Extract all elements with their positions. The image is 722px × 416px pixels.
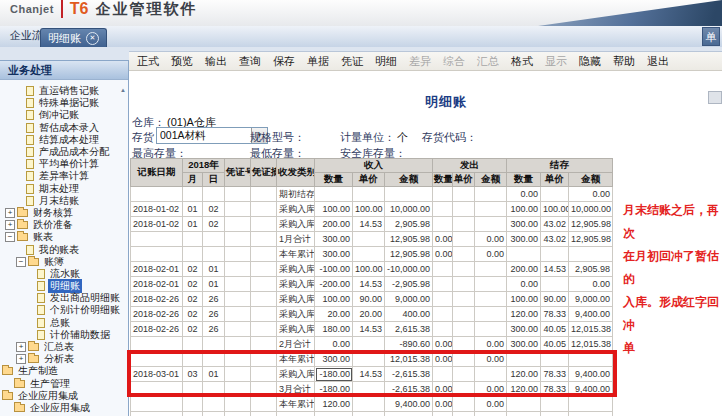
cell[interactable]: 采购入库 bbox=[277, 262, 315, 277]
toolbar-item[interactable]: 正式 bbox=[131, 54, 165, 69]
cell[interactable]: 0.00 bbox=[475, 382, 507, 397]
cell[interactable] bbox=[353, 352, 385, 367]
cell[interactable]: 120.00 bbox=[507, 367, 541, 382]
cell[interactable] bbox=[453, 412, 475, 416]
cell[interactable] bbox=[353, 187, 385, 202]
cell[interactable] bbox=[453, 247, 475, 262]
cell[interactable]: 02 bbox=[183, 277, 203, 292]
cell[interactable] bbox=[203, 382, 225, 397]
cell[interactable] bbox=[251, 277, 277, 292]
cell[interactable]: 02 bbox=[183, 307, 203, 322]
cell[interactable] bbox=[251, 202, 277, 217]
cell[interactable]: 0.00 bbox=[433, 352, 453, 367]
cell[interactable] bbox=[453, 337, 475, 352]
cell[interactable]: 01 bbox=[203, 262, 225, 277]
cell[interactable]: 0.00 bbox=[475, 232, 507, 247]
cell[interactable]: 0.00 bbox=[475, 397, 507, 412]
cell[interactable] bbox=[475, 292, 507, 307]
cell[interactable] bbox=[453, 382, 475, 397]
cell[interactable]: 02 bbox=[203, 217, 225, 232]
cell[interactable] bbox=[203, 187, 225, 202]
cell[interactable] bbox=[251, 367, 277, 382]
cell[interactable]: 本年累计 bbox=[277, 352, 315, 367]
cell[interactable] bbox=[475, 217, 507, 232]
cell[interactable] bbox=[183, 382, 203, 397]
cell[interactable]: 40.05 bbox=[541, 337, 569, 352]
cell[interactable] bbox=[251, 247, 277, 262]
cell[interactable] bbox=[453, 202, 475, 217]
cell[interactable]: 26 bbox=[203, 307, 225, 322]
cell[interactable]: 采购入库 bbox=[277, 367, 315, 382]
cell[interactable] bbox=[183, 337, 203, 352]
cell[interactable]: 43.02 bbox=[541, 232, 569, 247]
cell[interactable] bbox=[541, 277, 569, 292]
cell[interactable]: 120.00 bbox=[507, 382, 541, 397]
cell[interactable]: 14.53 bbox=[541, 262, 569, 277]
cell[interactable]: 01 bbox=[203, 367, 225, 382]
cell[interactable] bbox=[183, 187, 203, 202]
cell[interactable]: -10,000.00 bbox=[385, 262, 433, 277]
toolbar-item[interactable]: 查询 bbox=[233, 54, 267, 69]
cell[interactable] bbox=[453, 322, 475, 337]
cell[interactable]: 02 bbox=[183, 322, 203, 337]
cell[interactable] bbox=[353, 412, 385, 416]
cell[interactable] bbox=[225, 367, 251, 382]
cell[interactable]: 40.05 bbox=[541, 322, 569, 337]
cell[interactable] bbox=[475, 187, 507, 202]
cell[interactable]: 300.00 bbox=[507, 217, 541, 232]
cell[interactable]: 02 bbox=[203, 202, 225, 217]
cell[interactable] bbox=[183, 397, 203, 412]
cell[interactable]: 43.02 bbox=[541, 217, 569, 232]
cell[interactable] bbox=[541, 187, 569, 202]
cell[interactable] bbox=[433, 277, 453, 292]
cell[interactable]: 100.00 bbox=[541, 202, 569, 217]
cell[interactable]: -200.00 bbox=[315, 277, 353, 292]
cell[interactable]: 0.00 bbox=[507, 277, 541, 292]
toolbar-item[interactable]: 凭证 bbox=[335, 54, 369, 69]
cell[interactable]: 120.00 bbox=[315, 397, 353, 412]
cell[interactable]: 14.53 bbox=[353, 277, 385, 292]
cell[interactable]: 02 bbox=[183, 292, 203, 307]
cell[interactable] bbox=[225, 247, 251, 262]
cell[interactable] bbox=[251, 382, 277, 397]
cell[interactable] bbox=[453, 232, 475, 247]
cell[interactable]: 26 bbox=[203, 292, 225, 307]
cell[interactable] bbox=[131, 247, 183, 262]
cell[interactable] bbox=[433, 412, 453, 416]
cell[interactable] bbox=[203, 337, 225, 352]
cell[interactable] bbox=[131, 232, 183, 247]
cell[interactable] bbox=[569, 247, 613, 262]
cell[interactable]: 期初结存 bbox=[277, 187, 315, 202]
cell[interactable]: 本年累计 bbox=[277, 397, 315, 412]
cell[interactable]: 200.00 bbox=[507, 262, 541, 277]
cell[interactable]: 9,000.00 bbox=[385, 292, 433, 307]
toolbar-item[interactable]: 退出 bbox=[641, 54, 675, 69]
cell[interactable] bbox=[433, 367, 453, 382]
cell[interactable] bbox=[475, 277, 507, 292]
cell[interactable] bbox=[433, 202, 453, 217]
cell[interactable]: 9,400.00 bbox=[569, 382, 613, 397]
cell[interactable] bbox=[277, 412, 315, 416]
cell[interactable]: 300.00 bbox=[507, 322, 541, 337]
cell[interactable]: 12,905.98 bbox=[385, 247, 433, 262]
cell[interactable]: 12,905.98 bbox=[569, 217, 613, 232]
expand-icon[interactable]: + bbox=[5, 220, 15, 230]
cell[interactable]: 2018-02-26 bbox=[131, 322, 183, 337]
cell[interactable]: 9,400.00 bbox=[569, 307, 613, 322]
cell[interactable] bbox=[203, 397, 225, 412]
cell[interactable]: -180.00 bbox=[315, 382, 353, 397]
cell[interactable]: 20.00 bbox=[315, 307, 353, 322]
cell[interactable] bbox=[131, 412, 183, 416]
cell[interactable] bbox=[131, 382, 183, 397]
cell[interactable]: 300.00 bbox=[315, 232, 353, 247]
cell[interactable] bbox=[541, 397, 569, 412]
cell[interactable]: 本年累计 bbox=[277, 247, 315, 262]
cell[interactable]: 采购入库 bbox=[277, 307, 315, 322]
toolbar-item[interactable]: 预览 bbox=[165, 54, 199, 69]
cell[interactable]: 100.00 bbox=[353, 262, 385, 277]
cell[interactable] bbox=[131, 352, 183, 367]
toolbar-item[interactable]: 输出 bbox=[199, 54, 233, 69]
toolbar-item[interactable]: 格式 bbox=[505, 54, 539, 69]
cell[interactable] bbox=[251, 337, 277, 352]
cell[interactable] bbox=[353, 232, 385, 247]
